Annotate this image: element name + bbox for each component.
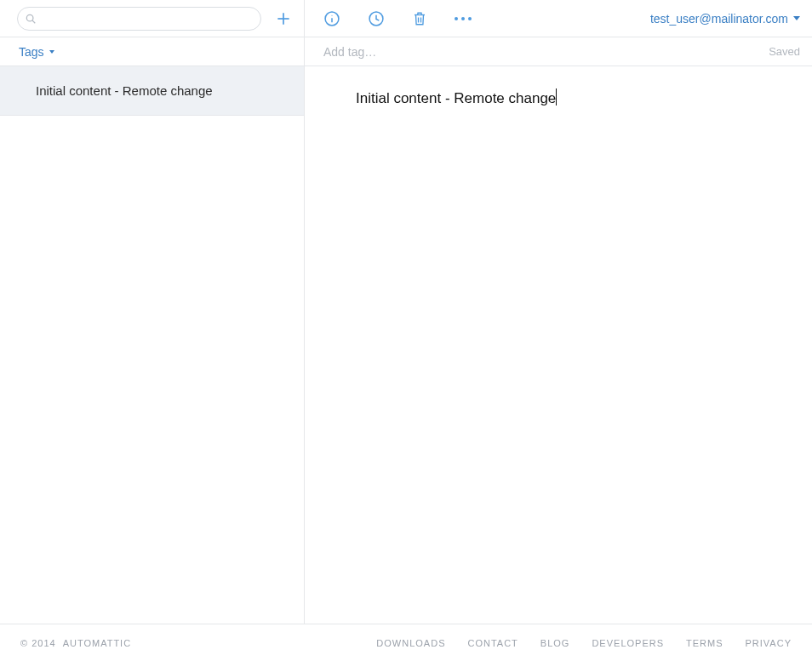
footer-link-developers[interactable]: DEVELOPERS — [592, 638, 664, 648]
main: Initial content - Remote change Initial … — [0, 66, 812, 624]
svg-line-1 — [32, 20, 35, 22]
chevron-down-icon — [49, 50, 54, 54]
search-input[interactable] — [17, 7, 261, 31]
svg-point-6 — [332, 14, 333, 15]
footer-link-contact[interactable]: CONTACT — [467, 638, 518, 648]
company-name: AUTOMATTIC — [63, 638, 131, 648]
user-email: test_user@mailinator.com — [650, 12, 788, 26]
chevron-down-icon — [793, 16, 800, 20]
footer-link-terms[interactable]: TERMS — [686, 638, 723, 648]
footer: © 2014 AUTOMATTIC DOWNLOADS CONTACT BLOG… — [0, 624, 812, 661]
note-list-item[interactable]: Initial content - Remote change — [0, 66, 304, 116]
svg-point-0 — [26, 14, 33, 21]
tag-bar: Add tag… Saved — [305, 37, 812, 66]
tags-label: Tags — [19, 45, 44, 59]
trash-icon[interactable] — [412, 10, 427, 27]
copyright-prefix: © 2014 — [20, 638, 56, 648]
history-icon[interactable] — [368, 10, 385, 27]
footer-link-privacy[interactable]: PRIVACY — [746, 638, 792, 648]
search-icon — [25, 13, 37, 25]
more-icon[interactable] — [455, 17, 472, 20]
footer-nav: DOWNLOADS CONTACT BLOG DEVELOPERS TERMS … — [376, 638, 792, 648]
editor-header: test_user@mailinator.com — [305, 0, 812, 37]
tags-panel-header: Tags — [0, 37, 305, 66]
footer-copyright: © 2014 AUTOMATTIC — [20, 638, 131, 648]
search-wrap — [17, 7, 261, 31]
toolbar — [323, 10, 472, 27]
text-cursor — [556, 88, 557, 105]
user-menu[interactable]: test_user@mailinator.com — [650, 12, 800, 26]
info-icon[interactable] — [323, 10, 340, 27]
header: test_user@mailinator.com — [0, 0, 812, 37]
editor-pane[interactable]: Initial content - Remote change — [305, 66, 812, 624]
editor-content[interactable]: Initial content - Remote change — [356, 90, 556, 106]
note-list: Initial content - Remote change — [0, 66, 305, 624]
note-title: Initial content - Remote change — [36, 83, 213, 98]
add-note-button[interactable] — [272, 7, 295, 31]
sidebar-header — [0, 0, 305, 37]
subheader: Tags Add tag… Saved — [0, 37, 812, 66]
add-tag-input[interactable]: Add tag… — [323, 45, 376, 59]
footer-link-blog[interactable]: BLOG — [540, 638, 570, 648]
save-status: Saved — [769, 45, 800, 58]
footer-link-downloads[interactable]: DOWNLOADS — [376, 638, 445, 648]
tags-dropdown[interactable]: Tags — [19, 45, 54, 59]
